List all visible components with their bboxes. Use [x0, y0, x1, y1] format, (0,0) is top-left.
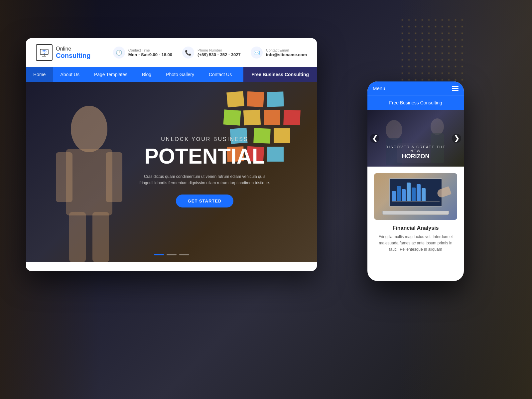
mobile-card: Financial Analysis Fringilla mollis mag … [367, 167, 464, 260]
slider-dots [154, 254, 189, 255]
desktop-mockup: Online Consulting 🕐 Contact Time Mon - S… [26, 38, 317, 271]
clock-icon: 🕐 [113, 47, 125, 59]
mobile-card-title: Financial Analysis [374, 225, 457, 231]
email-text: Contact Email info@sitename.com [266, 48, 307, 57]
svg-point-4 [71, 106, 107, 152]
logo-online: Online [56, 46, 90, 52]
hero-subtitle: UNLOCK YOUR BUSINESS [138, 136, 271, 142]
logo-area: Online Consulting [36, 44, 90, 61]
mobile-slider-title: HORIZON [384, 153, 447, 160]
hero-person-silhouette [36, 102, 142, 262]
nav-home[interactable]: Home [26, 67, 53, 82]
svg-rect-5 [66, 149, 112, 215]
sticky-note-6 [264, 110, 280, 125]
email-item: ✉️ Contact Email info@sitename.com [251, 47, 307, 59]
sticky-note-10 [274, 128, 290, 143]
phone-label: Phone Number [198, 48, 241, 52]
hamburger-line-2 [452, 88, 459, 89]
contact-time-value: Mon - Sat:9.00 - 18.00 [128, 52, 172, 57]
mobile-menu-label: Menu [373, 85, 385, 91]
mobile-slider-next[interactable]: ❯ [452, 134, 461, 143]
mobile-slider-text: DISCOVER & CREATE THE NEW HORIZON [384, 145, 447, 160]
nav-about[interactable]: About Us [53, 67, 87, 82]
sticky-note-1 [226, 91, 244, 107]
email-value: info@sitename.com [266, 52, 307, 57]
bg-dots [399, 17, 466, 83]
hero-content: UNLOCK YOUR BUSINESS POTENTIAL Cras dict… [138, 136, 271, 207]
contact-time-label: Contact Time [128, 48, 172, 52]
mobile-nav-bar: Menu [367, 81, 464, 95]
nav-contact[interactable]: Contact Us [201, 67, 239, 82]
mobile-slider-prev[interactable]: ❮ [370, 134, 379, 143]
mobile-mockup: Menu Free Business Consulting ❮ DISCOVER… [367, 81, 464, 281]
nav-gallery[interactable]: Photo Gallery [159, 67, 201, 82]
hero-cta-button[interactable]: GET STARTED [176, 195, 234, 207]
hero-description: Cras dictus quam condimentum ut venen ru… [138, 174, 271, 186]
svg-point-3 [44, 53, 45, 54]
nav-blog[interactable]: Blog [135, 67, 159, 82]
logo-text: Online Consulting [56, 46, 90, 60]
mobile-card-description: Fringilla mollis mag luctus vel. Interdu… [374, 234, 457, 253]
svg-rect-8 [69, 212, 86, 262]
email-icon: ✉️ [251, 47, 263, 59]
phone-value: (+89) 530 - 352 - 3027 [198, 52, 241, 57]
slider-dot-2[interactable] [167, 254, 177, 255]
sticky-note-4 [223, 109, 241, 125]
sticky-note-7 [283, 110, 301, 125]
logo-icon [36, 44, 53, 61]
email-label: Contact Email [266, 48, 307, 52]
svg-rect-9 [92, 212, 109, 262]
site-nav: Home About Us Page Templates Blog Photo … [26, 67, 317, 82]
sticky-note-5 [243, 110, 261, 126]
contact-time-item: 🕐 Contact Time Mon - Sat:9.00 - 18.00 [113, 47, 172, 59]
contact-time-text: Contact Time Mon - Sat:9.00 - 18.00 [128, 48, 172, 57]
phone-icon: 📞 [182, 47, 194, 59]
nav-cta-button[interactable]: Free Business Consulting [243, 67, 317, 82]
sticky-note-3 [267, 91, 284, 107]
logo-consulting: Consulting [56, 52, 90, 60]
hero-title: POTENTIAL [138, 146, 271, 167]
mobile-card-image [374, 173, 457, 220]
mobile-slider-subtitle: DISCOVER & CREATE THE NEW [384, 145, 447, 153]
sticky-note-2 [247, 91, 264, 107]
phone-text: Phone Number (+89) 530 - 352 - 3027 [198, 48, 241, 57]
hamburger-menu[interactable] [452, 86, 459, 91]
nav-templates[interactable]: Page Templates [87, 67, 135, 82]
header-info: 🕐 Contact Time Mon - Sat:9.00 - 18.00 📞 … [113, 47, 307, 59]
phone-item: 📞 Phone Number (+89) 530 - 352 - 3027 [182, 47, 241, 59]
svg-rect-7 [106, 152, 122, 202]
hamburger-line-3 [452, 90, 459, 91]
mobile-slider: ❮ DISCOVER & CREATE THE NEW HORIZON ❯ [367, 110, 464, 167]
svg-rect-6 [56, 152, 72, 202]
slider-dot-3[interactable] [179, 254, 189, 255]
slider-dot-1[interactable] [154, 254, 164, 255]
mobile-cta-bar[interactable]: Free Business Consulting [367, 95, 464, 110]
site-header: Online Consulting 🕐 Contact Time Mon - S… [26, 38, 317, 67]
svg-point-10 [386, 120, 402, 140]
svg-point-12 [431, 118, 444, 135]
hamburger-line-1 [452, 86, 459, 87]
hero-section: UNLOCK YOUR BUSINESS POTENTIAL Cras dict… [26, 82, 317, 262]
